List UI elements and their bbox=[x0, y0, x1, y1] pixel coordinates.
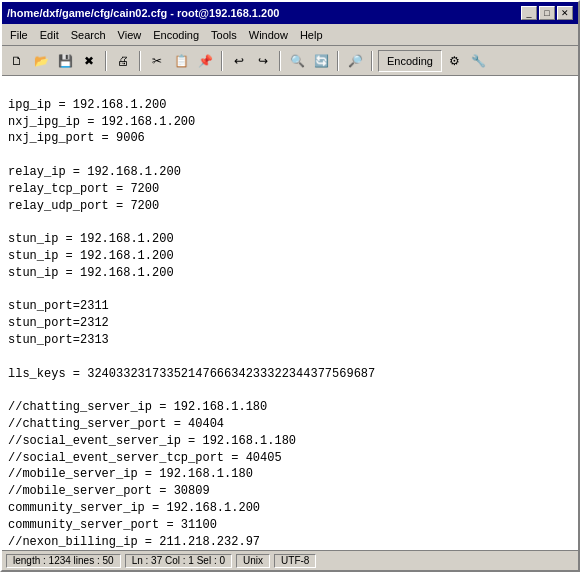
menu-edit[interactable]: Edit bbox=[34, 27, 65, 43]
menu-help[interactable]: Help bbox=[294, 27, 329, 43]
separator-6 bbox=[371, 51, 373, 71]
redo-button[interactable]: ↪ bbox=[252, 50, 274, 72]
find-button[interactable]: 🔍 bbox=[286, 50, 308, 72]
open-button[interactable]: 📂 bbox=[30, 50, 52, 72]
line-ipg: ipg_ip = 192.168.1.200 nxj_ipg_ip = 192.… bbox=[8, 98, 469, 550]
replace-button[interactable]: 🔄 bbox=[310, 50, 332, 72]
zoom-in-button[interactable]: 🔎 bbox=[344, 50, 366, 72]
menu-bar: File Edit Search View Encoding Tools Win… bbox=[2, 24, 578, 46]
save-button[interactable]: 💾 bbox=[54, 50, 76, 72]
print-button[interactable]: 🖨 bbox=[112, 50, 134, 72]
paste-button[interactable]: 📌 bbox=[194, 50, 216, 72]
status-panel-3: Unix bbox=[236, 554, 270, 568]
menu-search[interactable]: Search bbox=[65, 27, 112, 43]
separator-1 bbox=[105, 51, 107, 71]
encoding-button[interactable]: Encoding bbox=[378, 50, 442, 72]
menu-view[interactable]: View bbox=[112, 27, 148, 43]
separator-5 bbox=[337, 51, 339, 71]
undo-button[interactable]: ↩ bbox=[228, 50, 250, 72]
extra-button[interactable]: 🔧 bbox=[468, 50, 490, 72]
title-text: /home/dxf/game/cfg/cain02.cfg - root@192… bbox=[7, 7, 279, 19]
cut-button[interactable]: ✂ bbox=[146, 50, 168, 72]
cursor-pos: Ln : 37 Col : 1 Sel : 0 bbox=[132, 555, 225, 566]
encoding-text: UTF-8 bbox=[281, 555, 309, 566]
separator-2 bbox=[139, 51, 141, 71]
menu-window[interactable]: Window bbox=[243, 27, 294, 43]
dos-text: Unix bbox=[243, 555, 263, 566]
editor-area[interactable]: ipg_ip = 192.168.1.200 nxj_ipg_ip = 192.… bbox=[2, 76, 578, 550]
menu-encoding[interactable]: Encoding bbox=[147, 27, 205, 43]
minimize-button[interactable]: _ bbox=[521, 6, 537, 20]
main-window: /home/dxf/game/cfg/cain02.cfg - root@192… bbox=[0, 0, 580, 572]
copy-button[interactable]: 📋 bbox=[170, 50, 192, 72]
settings-button[interactable]: ⚙ bbox=[444, 50, 466, 72]
status-text: length : 1234 lines : 50 bbox=[13, 555, 114, 566]
status-bar: length : 1234 lines : 50 Ln : 37 Col : 1… bbox=[2, 550, 578, 570]
window-controls: _ □ ✕ bbox=[521, 6, 573, 20]
toolbar: 🗋 📂 💾 ✖ 🖨 ✂ 📋 📌 ↩ ↪ 🔍 🔄 🔎 Encoding ⚙ 🔧 bbox=[2, 46, 578, 76]
maximize-button[interactable]: □ bbox=[539, 6, 555, 20]
new-button[interactable]: 🗋 bbox=[6, 50, 28, 72]
menu-tools[interactable]: Tools bbox=[205, 27, 243, 43]
close-button[interactable]: ✕ bbox=[557, 6, 573, 20]
separator-3 bbox=[221, 51, 223, 71]
separator-4 bbox=[279, 51, 281, 71]
close-file-button[interactable]: ✖ bbox=[78, 50, 100, 72]
status-panel-2: Ln : 37 Col : 1 Sel : 0 bbox=[125, 554, 232, 568]
menu-file[interactable]: File bbox=[4, 27, 34, 43]
title-bar: /home/dxf/game/cfg/cain02.cfg - root@192… bbox=[2, 2, 578, 24]
code-content: ipg_ip = 192.168.1.200 nxj_ipg_ip = 192.… bbox=[8, 80, 572, 550]
status-panel-1: length : 1234 lines : 50 bbox=[6, 554, 121, 568]
status-panel-4: UTF-8 bbox=[274, 554, 316, 568]
